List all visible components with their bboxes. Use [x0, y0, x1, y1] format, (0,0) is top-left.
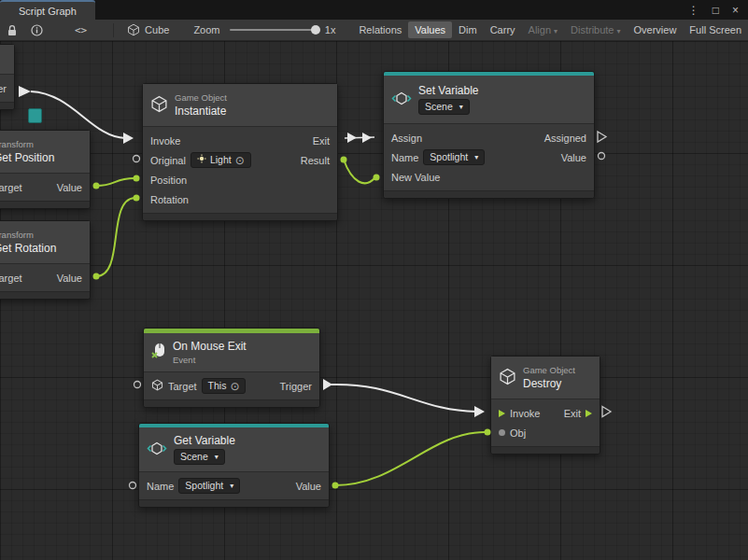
align-label: Align	[529, 24, 551, 35]
node-category: Game Object	[175, 92, 227, 103]
chevron-down-icon: ▾	[215, 451, 219, 463]
graph-toolbar: <> Cube Zoom 1x Relations Values Dim Car…	[0, 20, 748, 41]
port-exit-out[interactable]	[602, 407, 611, 417]
tab-script-graph[interactable]: Script Graph	[0, 0, 95, 20]
zoom-slider[interactable]	[230, 29, 318, 31]
port-label-value: Value	[296, 481, 321, 492]
node-get-position[interactable]: Transform Get Position Target Value	[0, 130, 91, 209]
toolbar-separator	[113, 23, 114, 37]
variable-name-value: Spotlight	[430, 151, 468, 163]
zoom-slider-handle[interactable]	[311, 25, 320, 35]
node-category: Game Object	[523, 365, 575, 375]
flow-out-arrow-icon[interactable]	[586, 410, 592, 417]
wire-get-variable-to-obj[interactable]	[332, 429, 491, 489]
port-label-new-value: New Value	[391, 172, 440, 183]
node-instantiate[interactable]: Game Object Instantiate Invoke Exit Orig…	[142, 83, 338, 221]
code-icon[interactable]: <>	[75, 24, 87, 36]
variable-name-dropdown[interactable]: Spotlight ▾	[423, 149, 485, 165]
node-on-mouse-exit[interactable]: On Mouse Exit Event Target This ⊙	[143, 328, 320, 408]
lock-icon[interactable]	[7, 24, 18, 36]
flow-in-arrow-icon[interactable]	[499, 410, 505, 417]
close-icon[interactable]: ×	[732, 4, 739, 17]
graph-canvas[interactable]: Trigger Transform Get Position Target Va…	[0, 41, 748, 560]
menu-icon[interactable]: ⋮	[688, 4, 699, 17]
node-footer	[0, 201, 90, 208]
wire-get-rotation-to-rotation[interactable]	[93, 195, 140, 280]
scope-dropdown[interactable]: Scene ▾	[174, 449, 225, 465]
distribute-button[interactable]: Distribute▾	[564, 21, 627, 38]
target-object-label[interactable]: Cube	[145, 24, 169, 35]
zoom-label: Zoom	[193, 24, 219, 35]
carry-button[interactable]: Carry	[484, 21, 522, 38]
node-title: Get Rotation	[0, 242, 56, 255]
node-title: Get Position	[0, 151, 54, 164]
node-title: On Mouse Exit	[173, 340, 247, 353]
node-fragment-header	[0, 45, 14, 75]
chevron-down-icon: ▾	[459, 101, 463, 113]
node-title: Destroy	[523, 377, 575, 390]
scope-value: Scene	[180, 451, 208, 463]
port-label-target: Target	[0, 273, 22, 284]
node-get-rotation[interactable]: Transform Get Rotation Target Value	[0, 220, 91, 300]
object-picker-icon[interactable]: ⊙	[230, 381, 239, 392]
variable-name-dropdown[interactable]: Spotlight ▾	[178, 478, 240, 494]
port-original-in[interactable]	[134, 156, 140, 162]
node-fragment-teal[interactable]	[28, 108, 42, 123]
align-button[interactable]: Align▾	[522, 21, 564, 38]
mouse-icon	[151, 343, 166, 362]
scope-dropdown[interactable]: Scene ▾	[418, 99, 470, 115]
object-field-this[interactable]: This ⊙	[202, 378, 247, 394]
wire-get-position-to-position[interactable]	[93, 175, 140, 189]
object-field-value: Light	[210, 154, 232, 166]
maximize-icon[interactable]: □	[713, 4, 719, 17]
scope-value: Scene	[425, 101, 453, 113]
node-destroy[interactable]: Game Object Destroy Invoke Exit	[490, 356, 600, 455]
node-get-variable[interactable]: Get Variable Scene ▾ Name Spotlight ▾	[138, 423, 330, 508]
light-icon	[197, 154, 206, 166]
object-field-light[interactable]: Light ⊙	[191, 152, 251, 168]
node-footer	[0, 291, 90, 299]
port-label-target: Target	[0, 182, 22, 193]
wire-result-to-new-value[interactable]	[341, 157, 380, 184]
window-controls: ⋮ □ ×	[688, 0, 748, 20]
node-set-variable[interactable]: Set Variable Scene ▾ Assign Assigned Nam…	[383, 71, 595, 199]
port-label-trigger: Trigger	[280, 381, 312, 392]
port-assigned-out[interactable]	[598, 132, 606, 142]
port-label-invoke: Invoke	[150, 135, 180, 147]
port-target-in[interactable]	[134, 382, 141, 388]
wire-trigger-to-destroy-invoke[interactable]	[323, 379, 485, 417]
wire-exit-to-assign[interactable]	[345, 133, 374, 143]
node-category: Transform	[0, 139, 54, 149]
relations-button[interactable]: Relations	[352, 21, 408, 38]
tab-bar: Script Graph ⋮ □ ×	[0, 0, 748, 20]
chevron-down-icon: ▾	[230, 480, 233, 492]
chevron-down-icon: ▾	[554, 27, 557, 35]
node-fragment[interactable]: Trigger	[0, 44, 15, 110]
node-title: Instantiate	[175, 105, 227, 118]
port-label-assigned: Assigned	[544, 133, 586, 144]
port-label-name: Name	[391, 152, 418, 163]
dim-button[interactable]: Dim	[452, 21, 484, 38]
node-title: Get Variable	[174, 434, 235, 447]
node-footer	[491, 446, 600, 454]
port-name-in[interactable]	[130, 483, 136, 489]
value-port-icon[interactable]	[499, 429, 505, 436]
object-picker-icon[interactable]: ⊙	[235, 155, 245, 166]
info-icon[interactable]	[31, 24, 43, 36]
variable-icon	[147, 441, 167, 458]
node-footer	[144, 399, 319, 407]
port-value-out[interactable]	[599, 153, 605, 160]
node-footer	[0, 102, 14, 109]
port-label-rotation: Rotation	[150, 194, 189, 205]
fullscreen-button[interactable]: Full Screen	[683, 21, 748, 38]
node-footer	[143, 213, 337, 220]
values-button[interactable]: Values	[408, 21, 452, 38]
port-label-obj: Obj	[510, 427, 526, 439]
node-category: Transform	[0, 230, 56, 240]
node-footer	[139, 499, 329, 507]
chevron-down-icon: ▾	[617, 27, 621, 35]
cube-icon	[151, 379, 163, 393]
wires-overlay	[0, 41, 748, 560]
port-label-exit: Exit	[564, 408, 581, 419]
overview-button[interactable]: Overview	[628, 21, 684, 38]
